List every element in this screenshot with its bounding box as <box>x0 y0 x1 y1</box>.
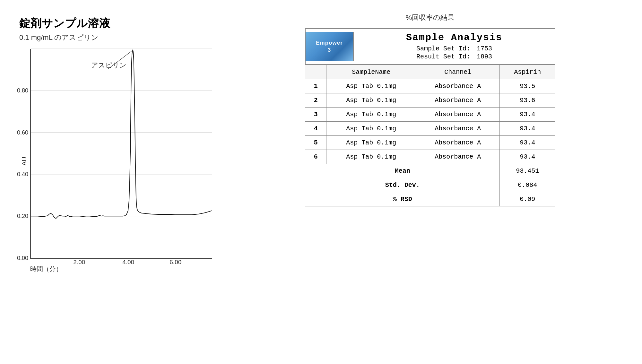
row-channel: Absorbance A <box>416 136 500 150</box>
row-num: 3 <box>305 108 326 122</box>
y-tick: 0.60 <box>17 129 28 136</box>
empower-logo: Empower3 <box>306 32 354 61</box>
y-ticks: 0.800.600.400.200.00 <box>15 49 31 258</box>
chromatogram-svg: アスピリン <box>31 49 212 258</box>
row-channel: Absorbance A <box>416 122 500 136</box>
table-row: 1 Asp Tab 0.1mg Absorbance A 93.5 <box>305 79 555 93</box>
row-aspirin: 93.4 <box>500 108 555 122</box>
row-num: 1 <box>305 79 326 93</box>
table-row: 4 Asp Tab 0.1mg Absorbance A 93.4 <box>305 122 555 136</box>
x-tick: 2.00 <box>73 259 85 266</box>
row-aspirin: 93.5 <box>500 79 555 93</box>
report-result-set: Result Set Id: 1893 <box>416 53 492 60</box>
result-set-value: 1893 <box>477 53 492 60</box>
col-name-header: SampleName <box>326 65 416 79</box>
y-tick: 0.00 <box>17 255 28 261</box>
chart-area: AU 0.800.600.400.200.00 <box>19 49 212 273</box>
result-set-label: Result Set Id: <box>416 53 470 60</box>
chart-with-xaxis: 0.800.600.400.200.00 <box>30 49 212 273</box>
y-tick: 0.80 <box>17 87 28 94</box>
row-channel: Absorbance A <box>416 108 500 122</box>
summary-value: 93.451 <box>500 164 555 178</box>
x-tick: 6.00 <box>169 259 181 266</box>
page-container: 錠剤サンプル溶液 0.1 mg/mL のアスピリン AU 0.800.600.4… <box>0 0 642 364</box>
table-row: 5 Asp Tab 0.1mg Absorbance A 93.4 <box>305 136 555 150</box>
sample-set-value: 1753 <box>477 45 492 52</box>
row-aspirin: 93.6 <box>500 93 555 108</box>
row-name: Asp Tab 0.1mg <box>326 79 416 93</box>
table-row: 3 Asp Tab 0.1mg Absorbance A 93.4 <box>305 108 555 122</box>
col-channel-header: Channel <box>416 65 500 79</box>
table-row: 6 Asp Tab 0.1mg Absorbance A 93.4 <box>305 150 555 164</box>
y-tick: 0.20 <box>17 213 28 220</box>
summary-value: 0.084 <box>500 178 555 192</box>
row-name: Asp Tab 0.1mg <box>326 93 416 108</box>
row-name: Asp Tab 0.1mg <box>326 150 416 164</box>
table-row: 2 Asp Tab 0.1mg Absorbance A 93.6 <box>305 93 555 108</box>
col-aspirin-header: Aspirin <box>500 65 555 79</box>
x-ticks: 2.004.006.00 <box>30 259 212 264</box>
x-tick: 4.00 <box>122 259 134 266</box>
summary-label: Std. Dev. <box>305 178 500 192</box>
report-title-block: Sample Analysis Sample Set Id: 1753 Resu… <box>354 29 555 64</box>
report-sample-set: Sample Set Id: 1753 <box>416 45 492 52</box>
row-num: 2 <box>305 93 326 108</box>
y-tick: 0.40 <box>17 171 28 178</box>
chart-subtitle: 0.1 mg/mL のアスピリン <box>19 33 99 42</box>
chart-inner: 0.800.600.400.200.00 <box>30 49 212 259</box>
peak-annotation: アスピリン <box>91 61 126 69</box>
row-aspirin: 93.4 <box>500 150 555 164</box>
right-panel: %回収率の結果 Empower3 Sample Analysis Sample … <box>238 13 623 351</box>
sample-set-label: Sample Set Id: <box>416 45 470 52</box>
summary-label: Mean <box>305 164 500 178</box>
section-title: %回収率の結果 <box>406 13 455 22</box>
chart-title: 錠剤サンプル溶液 <box>19 16 110 31</box>
table-header-row: SampleName Channel Aspirin <box>305 65 555 79</box>
summary-row: Std. Dev. 0.084 <box>305 178 555 192</box>
left-panel: 錠剤サンプル溶液 0.1 mg/mL のアスピリン AU 0.800.600.4… <box>19 13 218 351</box>
col-num-header <box>305 65 326 79</box>
summary-row: % RSD 0.09 <box>305 192 555 206</box>
summary-row: Mean 93.451 <box>305 164 555 178</box>
row-name: Asp Tab 0.1mg <box>326 122 416 136</box>
row-name: Asp Tab 0.1mg <box>326 136 416 150</box>
row-channel: Absorbance A <box>416 150 500 164</box>
row-num: 4 <box>305 122 326 136</box>
data-table: SampleName Channel Aspirin 1 Asp Tab 0.1… <box>305 65 555 206</box>
row-channel: Absorbance A <box>416 93 500 108</box>
report-header: Empower3 Sample Analysis Sample Set Id: … <box>305 28 555 65</box>
summary-value: 0.09 <box>500 192 555 206</box>
row-num: 5 <box>305 136 326 150</box>
logo-text: Empower3 <box>316 39 343 54</box>
row-aspirin: 93.4 <box>500 136 555 150</box>
row-num: 6 <box>305 150 326 164</box>
row-name: Asp Tab 0.1mg <box>326 108 416 122</box>
x-axis-title: 時間（分） <box>30 265 212 273</box>
report-title-main: Sample Analysis <box>406 32 502 43</box>
summary-label: % RSD <box>305 192 500 206</box>
row-aspirin: 93.4 <box>500 122 555 136</box>
row-channel: Absorbance A <box>416 79 500 93</box>
